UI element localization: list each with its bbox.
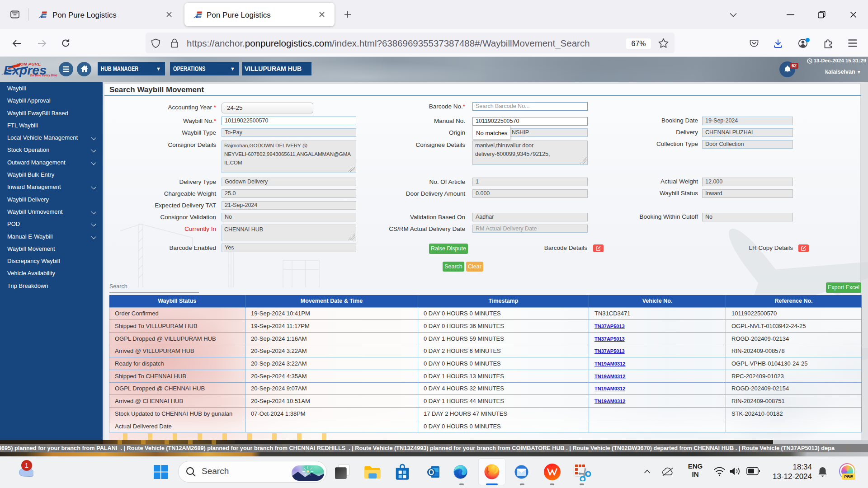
- svg-text:On time every time: On time every time: [30, 74, 57, 77]
